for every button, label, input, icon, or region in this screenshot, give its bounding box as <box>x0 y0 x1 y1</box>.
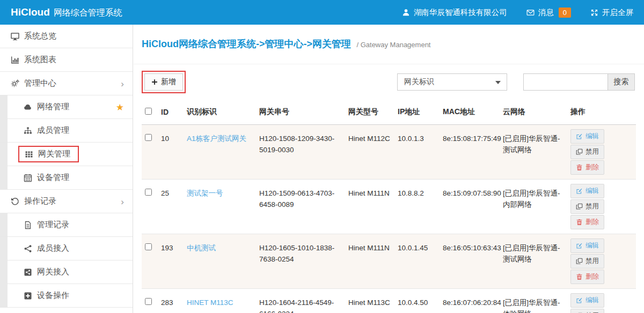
grid-icon <box>25 150 33 159</box>
company-name: 湖南华辰智通科技有限公司 <box>414 8 507 18</box>
disable-button[interactable]: 禁用 <box>570 145 604 159</box>
cell-serial: H120-1509-0613-4703-6458-0089 <box>259 189 334 208</box>
edit-button[interactable]: 编辑 <box>570 293 604 308</box>
sidebar-item[interactable]: 设备管理 <box>0 166 133 190</box>
app-header: HiCloud 网络综合管理系统 湖南华辰智通科技有限公司 消息 0 开启全屏 <box>0 0 644 25</box>
table-row: 283HINET M113CH120-1604-2116-4549-6166-0… <box>142 289 636 313</box>
cell-model: Hinet M111N <box>348 189 390 197</box>
edit-button[interactable]: 编辑 <box>570 129 604 144</box>
cell-id: 10 <box>161 135 169 143</box>
envelope-icon <box>526 9 535 17</box>
delete-button-label: 删除 <box>586 218 599 227</box>
sidebar-item-label: 网关管理 <box>38 149 70 159</box>
filter-dropdown[interactable]: 网关标识 <box>397 73 507 91</box>
sidebar-item-label: 系统总览 <box>24 31 56 41</box>
edit-icon <box>576 297 583 304</box>
disable-button-label: 禁用 <box>586 257 599 266</box>
main-content: HiCloud网络综合管理系统->管理中心->网关管理 / Gateway Ma… <box>134 25 644 313</box>
share-square-icon <box>24 268 32 277</box>
row-checkbox[interactable] <box>145 134 152 141</box>
sidebar-item[interactable]: 设备操作 <box>0 284 133 308</box>
trash-icon <box>576 273 583 280</box>
sidebar-item[interactable]: 系统总览 <box>0 25 133 48</box>
add-button[interactable]: 新增 <box>144 73 183 91</box>
plus-square-icon <box>24 292 32 300</box>
col-header-actions: 操作 <box>567 101 636 125</box>
delete-button[interactable]: 删除 <box>570 270 604 284</box>
gateway-name-link[interactable]: 测试架一号 <box>187 189 223 197</box>
sidebar-item[interactable]: 系统图表 <box>0 48 133 72</box>
delete-button[interactable]: 删除 <box>570 160 604 175</box>
cell-ip: 10.0.1.45 <box>398 244 428 252</box>
chevron-right-icon: › <box>121 79 124 88</box>
sidebar-item[interactable]: 成员接入 <box>0 237 133 260</box>
search-button[interactable]: 搜索 <box>608 73 635 91</box>
annotation-box-add: 新增 <box>142 71 186 93</box>
cell-serial: H120-1605-1010-1838-7638-0254 <box>259 244 334 263</box>
clone-icon <box>576 258 583 265</box>
sidebar-item-label: 操作记录 <box>24 196 56 206</box>
cell-ip: 10.0.4.50 <box>398 299 428 307</box>
sidebar: 系统总览系统图表管理中心›网络管理★成员管理网关管理设备管理操作记录›管理记录成… <box>0 25 133 313</box>
cell-ip: 10.8.8.2 <box>398 189 424 197</box>
search-input[interactable] <box>523 73 608 91</box>
gateway-name-link[interactable]: A1栋客户测试网关 <box>187 135 246 143</box>
edit-button[interactable]: 编辑 <box>570 184 604 198</box>
cell-mac: 8e:15:09:07:58:90 <box>443 189 501 197</box>
disable-button[interactable]: 禁用 <box>570 254 604 269</box>
cell-id: 283 <box>161 299 173 307</box>
fullscreen-toggle[interactable]: 开启全屏 <box>590 8 633 18</box>
trash-icon <box>576 219 583 226</box>
clone-icon <box>576 148 583 155</box>
sidebar-item[interactable]: 管理记录 <box>0 213 133 237</box>
row-checkbox[interactable] <box>145 189 152 196</box>
cell-ip: 10.0.1.3 <box>398 135 424 143</box>
sidebar-item[interactable]: 网络管理★ <box>0 95 133 119</box>
toolbar: 新增 网关标识 搜索 <box>142 72 635 92</box>
table-row: 10A1栋客户测试网关H120-1508-1209-3430-5019-0030… <box>142 125 636 180</box>
share-icon <box>24 244 32 253</box>
delete-button-label: 删除 <box>586 163 599 172</box>
sidebar-item-label: 管理中心 <box>24 78 56 88</box>
cell-id: 193 <box>161 244 173 252</box>
chart-icon <box>11 56 19 64</box>
page-subtitle: / Gateway Management <box>356 41 430 49</box>
disable-button[interactable]: 禁用 <box>570 309 604 313</box>
select-all-checkbox[interactable] <box>145 108 152 115</box>
edit-icon <box>576 133 583 140</box>
sidebar-item[interactable]: 操作记录› <box>0 190 133 213</box>
edit-button-label: 编辑 <box>586 241 599 250</box>
edit-button[interactable]: 编辑 <box>570 239 604 253</box>
calendar-icon <box>24 174 32 182</box>
delete-button[interactable]: 删除 <box>570 215 604 229</box>
sidebar-item-label: 网关接入 <box>37 267 69 277</box>
page-title: HiCloud网络综合管理系统->管理中心->网关管理 <box>142 39 351 49</box>
sidebar-item-label: 设备管理 <box>37 173 69 183</box>
sidebar-item[interactable]: 管理中心› <box>0 72 133 95</box>
cell-mac: 8e:16:05:10:63:43 <box>443 244 501 252</box>
gateway-name-link[interactable]: HINET M113C <box>187 299 233 307</box>
brand-name: HiCloud <box>11 6 50 18</box>
messages-count-badge: 0 <box>559 8 571 18</box>
disable-button[interactable]: 禁用 <box>570 199 604 214</box>
cell-serial: H120-1508-1209-3430-5019-0030 <box>259 135 334 154</box>
messages-menu[interactable]: 消息 0 <box>526 8 571 18</box>
cell-mac: 8e:16:07:06:20:84 <box>443 299 501 307</box>
brand-subtitle: 网络综合管理系统 <box>54 8 122 19</box>
add-button-label: 新增 <box>161 77 176 87</box>
row-checkbox[interactable] <box>145 243 152 250</box>
edit-button-label: 编辑 <box>586 296 599 305</box>
cell-model: Hinet M112C <box>348 135 390 143</box>
gateway-name-link[interactable]: 中机测试 <box>187 244 216 252</box>
sidebar-item[interactable]: 网关管理 <box>0 143 133 166</box>
sidebar-item[interactable]: 成员管理 <box>0 119 133 143</box>
favorite-star-icon[interactable]: ★ <box>116 102 124 111</box>
delete-button-label: 删除 <box>586 272 599 281</box>
company-menu[interactable]: 湖南华辰智通科技有限公司 <box>402 8 507 18</box>
table-row: 25测试架一号H120-1509-0613-4703-6458-0089Hine… <box>142 180 636 234</box>
row-checkbox[interactable] <box>145 298 152 305</box>
edit-icon <box>576 242 583 249</box>
sidebar-item-label: 管理记录 <box>37 220 69 230</box>
sidebar-item[interactable]: 网关接入 <box>0 260 133 284</box>
col-header-serial: 网关串号 <box>256 101 345 125</box>
